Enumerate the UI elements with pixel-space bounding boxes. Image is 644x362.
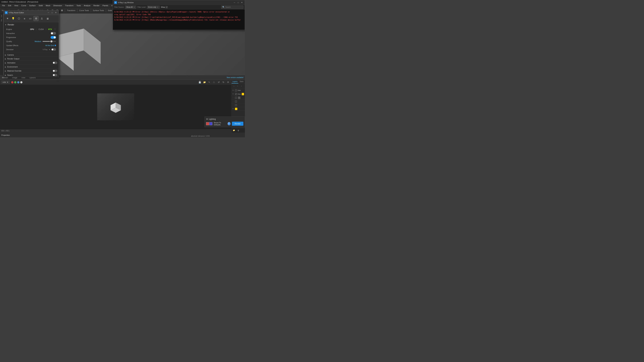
spinner-btn[interactable]: ⟳ [226,81,230,84]
layers-trash-btn[interactable]: 🗑 [237,129,240,132]
denoiser-toggle[interactable] [51,48,56,51]
asset-layers-icon-btn[interactable]: ≡ [22,16,27,21]
lighting-sphere-icon [228,122,230,125]
render-section-header[interactable]: ▼ Render [5,24,57,26]
menu-tools[interactable]: Tools [75,4,82,7]
tab-stats[interactable]: Stats [238,80,245,84]
sub-environment[interactable]: ▶ Environment [4,65,59,69]
log-maximize[interactable]: □ [237,1,240,4]
filter-source-arrow-icon: ▼ [133,7,135,8]
menu-mesh[interactable]: Mesh [44,4,52,7]
square-btn[interactable]: □ [212,81,216,84]
menu-transform[interactable]: Transform [64,4,75,7]
quality-slider[interactable] [42,41,56,42]
properties-label[interactable]: Properties [1,134,10,136]
eye-icon-5: 👁 [232,104,234,106]
menu-edit[interactable]: Edit [7,4,12,7]
log-search-box: 🔍 [221,6,243,9]
menu-solid[interactable]: Solid [37,4,44,7]
update-effects-label: Update Effects [6,45,46,47]
layer-tool-3[interactable]: ↑ [240,84,243,88]
asset-editor-toolbar: ☀ 💡 ⬡ ≡ ▭ ⚙ ♙ 🖥 [4,15,59,22]
menu-surface[interactable]: Surface [28,4,37,7]
asset-editor-maximize[interactable]: □ [51,11,54,14]
layer-check-disp[interactable] [235,93,237,95]
tab-layers[interactable]: Layers [232,80,238,84]
layer-tool-2[interactable]: ↑ [236,84,239,88]
engine-more-icon[interactable]: ⋮ [54,28,56,31]
layer-check-3[interactable] [235,97,237,99]
render-action-buttons: 💾 📁 ↖ □ ↺ ↻ ⟳ [198,81,230,84]
menu-file[interactable]: File [1,4,6,7]
window-title: Untitled - Rhino 6 Educational - [Perspe… [1,1,38,3]
menu-render[interactable]: Render [92,4,101,7]
swatch-green[interactable] [14,81,16,84]
material-override-toggle[interactable] [53,70,57,72]
layer-tool-1[interactable]: ↓ [232,84,236,88]
animation-toggle[interactable] [53,62,57,64]
render-size-label: 800 x 450 | [1,130,10,132]
layer-check-stan[interactable] [235,89,237,91]
menu-curve[interactable]: Curve [20,4,28,7]
sub-render-output[interactable]: ▶ Render Output [4,57,59,61]
denoiser-value[interactable]: V-Ray [42,49,48,51]
menu-analyze[interactable]: Analyze [82,4,92,7]
swarm-toggle[interactable] [53,74,57,76]
wrap-checkbox[interactable] [166,6,168,8]
interactive-toggle[interactable] [51,32,56,35]
asset-monitor-icon-btn[interactable]: 🖥 [45,16,50,21]
swatch-red[interactable] [11,81,14,84]
asset-rect-icon-btn[interactable]: ▭ [28,16,33,21]
engine-cuda-btn[interactable]: CUDA [38,28,44,31]
rotate-right-btn[interactable]: ↻ [221,81,225,84]
layer-check-4[interactable] [235,101,237,103]
asset-editor-close[interactable]: ✕ [54,11,57,14]
interactive-label: Interactive [6,32,51,34]
denoiser-arrow-icon[interactable]: ▼ [48,49,50,51]
layer-row-disp[interactable]: 👁 Disp [232,92,245,96]
asset-gear-icon-btn[interactable]: ⚙ [34,16,38,21]
render-now-button[interactable]: Render [232,122,243,126]
log-minimize[interactable]: ─ [233,1,236,4]
swatch-white[interactable] [20,81,22,84]
asset-light-icon-btn[interactable]: 💡 [10,16,16,21]
color-dropdown[interactable]: color ▼ [1,81,10,84]
progressive-toggle[interactable] [51,36,56,39]
asset-editor-minimize[interactable]: ─ [47,11,50,14]
filter-source-dropdown[interactable]: Show All ▼ [125,6,136,9]
save-render-btn[interactable]: 💾 [198,81,202,84]
sub-swarm[interactable]: ▶ Swarm [4,73,59,77]
menu-panels[interactable]: Panels [101,4,110,7]
asset-cube-icon-btn[interactable]: ⬡ [16,16,21,21]
layer-row-3[interactable]: 👁 [232,96,245,100]
layer-row-5[interactable]: 👁 [232,103,245,107]
log-search-input[interactable] [225,6,242,8]
lighting-title-text: Lighting [209,118,216,120]
rotate-left-btn[interactable]: ↺ [217,81,221,84]
menu-dimension[interactable]: Dimension [52,4,64,7]
open-folder-btn[interactable]: 📁 [202,81,206,84]
layers-folder-btn[interactable]: 📁 [232,129,236,132]
rendered-image-canvas[interactable] [0,85,232,129]
log-content-area[interactable]: 5/10/2022 4:23:22 PM Error [V-Ray] [VUti… [113,10,245,30]
update-effects-value[interactable]: At the End [46,45,54,47]
layer-row-stan[interactable]: 👁 Stan [232,89,245,92]
filter-level-dropdown[interactable]: Errors only ▼ [147,6,160,9]
quality-value[interactable]: Medium [35,40,41,43]
sub-animation[interactable]: ▶ Animation [4,61,59,65]
log-close[interactable]: ✕ [240,1,243,4]
layer-row-6[interactable]: 👁 [232,107,245,111]
asset-figure-icon-btn[interactable]: ♙ [39,16,44,21]
cursor-btn[interactable]: ↖ [207,81,211,84]
toolbar-btn-8[interactable]: ⊠ [60,8,64,13]
sub-camera[interactable]: ▶ Camera [4,53,59,57]
menu-view[interactable]: View [13,4,20,7]
engine-rtx-btn[interactable]: RTX [48,28,53,31]
swatch-blue[interactable] [17,81,20,84]
layer-check-5[interactable] [235,104,237,106]
reset-defaults-btn[interactable]: Reset To Defaults [214,122,226,126]
engine-cpu-btn[interactable]: CPU [30,28,35,31]
layer-row-4[interactable]: 👁 [232,100,245,103]
asset-sun-icon-btn[interactable]: ☀ [5,16,10,21]
sub-material-override[interactable]: ▶ Material Override [4,69,59,73]
